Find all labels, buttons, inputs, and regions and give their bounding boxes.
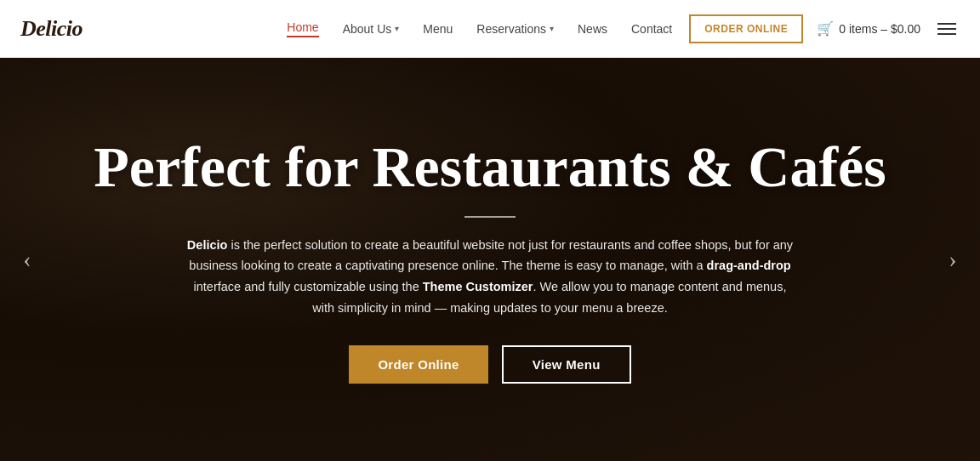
header-right: 🛒 0 items – $0.00 [817,20,960,38]
brand-name-bold: Delicio [187,238,228,252]
theme-customizer-bold: Theme Customizer [423,280,533,293]
hero-desc-part1: is the perfect solution to create a beau… [189,238,793,273]
hero-section: ‹ Perfect for Restaurants & Cafés Delici… [0,58,980,461]
hero-buttons: Order Online View Menu [349,345,630,384]
order-online-button[interactable]: ORDER ONLINE [689,14,803,43]
site-logo[interactable]: Delicio [20,16,105,42]
hero-title: Perfect for Restaurants & Cafés [94,135,886,199]
nav-reservations[interactable]: Reservations ▾ [476,22,554,36]
carousel-next-button[interactable]: › [936,234,970,285]
cart-label: 0 items – $0.00 [839,22,920,36]
hero-divider [464,216,516,218]
nav-news[interactable]: News [578,22,607,36]
hamburger-menu[interactable] [934,20,960,38]
about-chevron-icon: ▾ [395,24,399,33]
hamburger-line-3 [937,33,956,35]
hamburger-line-2 [937,28,956,30]
hamburger-line-1 [937,23,956,25]
hero-desc-part2: interface and fully customizable using t… [194,280,423,293]
hero-description: Delicio is the perfect solution to creat… [184,235,796,319]
drag-drop-bold: drag-and-drop [707,259,791,272]
chevron-left-icon: ‹ [23,246,31,273]
cart-icon: 🛒 [817,20,834,37]
nav-contact[interactable]: Contact [631,22,672,36]
hero-menu-button[interactable]: View Menu [502,345,631,384]
hero-order-button[interactable]: Order Online [349,345,487,384]
hero-content: Perfect for Restaurants & Cafés Delicio … [0,58,980,461]
site-header: Delicio Home About Us ▾ Menu Reservation… [0,0,980,58]
nav-home[interactable]: Home [287,20,318,37]
carousel-prev-button[interactable]: ‹ [10,234,44,285]
nav-menu[interactable]: Menu [423,22,453,36]
reservations-chevron-icon: ▾ [550,24,554,33]
cart-button[interactable]: 🛒 0 items – $0.00 [817,20,920,37]
chevron-right-icon: › [949,246,956,273]
nav-about-us[interactable]: About Us ▾ [343,22,400,36]
main-nav: Home About Us ▾ Menu Reservations ▾ News… [287,20,672,37]
